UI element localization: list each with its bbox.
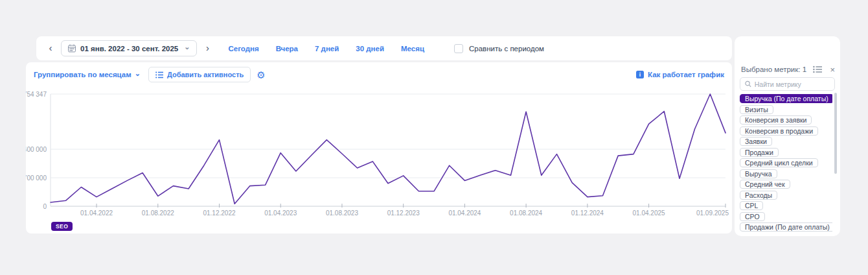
quick-range-link[interactable]: 30 дней [356, 45, 384, 53]
metrics-list: Выручка (По дате оплаты)ВизитыКонверсия … [740, 94, 832, 233]
chart-panel: Группировать по месяцам ⌄ Добавить актив… [26, 62, 732, 233]
scrollbar-thumb[interactable] [834, 93, 837, 174]
selected-metrics-count: Выбрано метрик: 1 [741, 66, 806, 73]
x-axis-label: 01.04.2022 [80, 209, 113, 217]
metric-chip[interactable]: Расходы [740, 191, 777, 200]
metric-chip[interactable]: Продажи (По дате оплаты) [740, 222, 832, 232]
line-chart[interactable]: 0700 0001 400 0002 754 34701.04.202201.0… [26, 62, 732, 233]
date-range-picker[interactable]: 01 янв. 2022 - 30 сент. 2025 ⌄ [61, 40, 197, 56]
metric-chip-selected[interactable]: Выручка (По дате оплаты) [740, 94, 832, 103]
y-axis-label: 1 400 000 [26, 146, 47, 153]
quick-range-link[interactable]: Сегодня [228, 45, 258, 53]
chevron-down-icon: ⌄ [184, 43, 190, 51]
metric-chip[interactable]: Заявки [740, 137, 772, 146]
x-axis-label: 01.08.2024 [510, 209, 542, 217]
metric-chip[interactable]: Конверсия в заявки [740, 115, 812, 125]
metric-search-input[interactable] [755, 80, 830, 88]
metrics-list-icon[interactable] [813, 66, 822, 73]
close-icon[interactable]: × [830, 66, 835, 74]
date-toolbar: ‹ 01 янв. 2022 - 30 сент. 2025 ⌄ › Сегод… [36, 36, 732, 60]
analytics-dashboard: ‹ 01 янв. 2022 - 30 сент. 2025 ⌄ › Сегод… [0, 0, 868, 275]
x-axis-label: 01.12.2023 [387, 209, 420, 217]
x-axis-label: 01.04.2024 [448, 209, 481, 217]
x-axis-label: 01.09.2025 [696, 209, 729, 217]
y-axis-label: 700 000 [26, 174, 47, 182]
metric-chip[interactable]: CPO [740, 212, 765, 221]
metric-chip[interactable]: Средний чек [740, 180, 790, 189]
x-axis-label: 01.12.2022 [203, 209, 235, 217]
calendar-icon [68, 44, 76, 53]
x-axis-label: 01.04.2023 [264, 209, 297, 217]
metric-chip[interactable]: Продажи [740, 148, 779, 157]
compare-label: Сравнить с периодом [469, 45, 544, 53]
prev-period-button[interactable]: ‹ [44, 41, 57, 56]
y-axis-label: 2 754 347 [26, 91, 47, 98]
metric-chip[interactable]: Визиты [740, 105, 773, 114]
quick-range-link[interactable]: Месяц [401, 45, 424, 53]
search-icon [745, 80, 751, 88]
metric-chip[interactable]: CPL [740, 201, 763, 210]
metrics-panel-header: Выбрано метрик: 1 × [741, 64, 835, 75]
x-axis-label: 01.04.2025 [633, 209, 665, 217]
metric-chip[interactable]: Средний цикл сделки [740, 158, 818, 167]
x-axis-label: 01.12.2024 [571, 209, 604, 217]
compare-with-period: Сравнить с периодом [454, 44, 544, 53]
metric-search [740, 77, 835, 91]
metric-chip[interactable]: Выручка [740, 169, 777, 178]
quick-range-links: СегодняВчера7 дней30 днейМесяц [228, 45, 424, 53]
x-axis-label: 01.08.2023 [326, 209, 358, 217]
compare-checkbox[interactable] [454, 44, 463, 53]
x-axis-label: 01.08.2022 [142, 209, 174, 217]
date-range-label: 01 янв. 2022 - 30 сент. 2025 [80, 45, 178, 53]
quick-range-link[interactable]: Вчера [276, 45, 298, 53]
metrics-panel: Выбрано метрик: 1 × Выручка (По дате опл… [735, 36, 840, 236]
next-period-button[interactable]: › [201, 41, 214, 56]
y-axis-label: 0 [43, 203, 47, 210]
metric-chip[interactable]: Конверсия в продажи [740, 126, 818, 136]
series-legend-badge[interactable]: SEO [51, 222, 73, 231]
quick-range-link[interactable]: 7 дней [315, 45, 339, 53]
